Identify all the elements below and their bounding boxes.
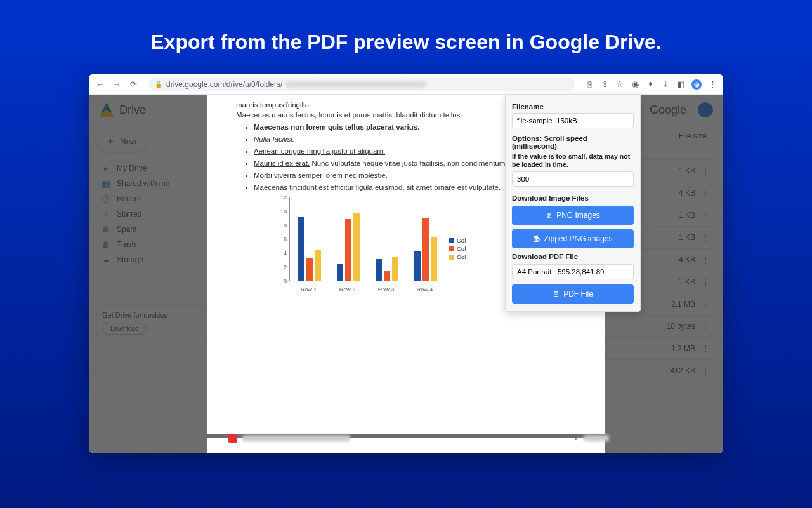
footer-check-icon: ✔ (574, 434, 580, 443)
chart-bar (422, 218, 429, 281)
menu-icon[interactable]: ⋮ (708, 80, 717, 89)
filename-blurred (242, 435, 350, 441)
chart-bar (315, 250, 321, 281)
chart-bar (337, 264, 343, 281)
download-icon[interactable]: ⭳ (661, 80, 670, 89)
pdf-bullet: Maecenas tincidunt est efficitur ligula … (254, 184, 501, 191)
zipped-png-button[interactable]: 🗜Zipped PNG images (512, 229, 634, 248)
legend-swatch (449, 255, 454, 260)
pdf-bullet: Maecenas non lorem quis tellus placerat … (254, 123, 419, 131)
sidebar-icon[interactable]: ◧ (676, 80, 685, 89)
filename-input[interactable] (512, 113, 634, 128)
y-tick: 8 (274, 222, 287, 229)
chart-bar (298, 217, 304, 281)
back-icon[interactable]: ← (95, 79, 105, 89)
y-tick: 12 (274, 194, 287, 201)
browser-toolbar: ← → ⟳ 🔒 drive.google.com/drive/u/0/folde… (89, 74, 723, 95)
extensions-icon[interactable]: ✦ (646, 80, 655, 89)
chart-legend: ColColCol (449, 197, 466, 293)
scroll-speed-input[interactable] (512, 171, 634, 187)
chart-bar (431, 237, 437, 281)
legend-item: Col (449, 237, 466, 244)
forward-icon[interactable]: → (112, 79, 122, 89)
url-blurred (286, 81, 426, 88)
pdf-bullet: Nulla facilisi. (254, 135, 294, 143)
legend-item: Col (449, 253, 466, 260)
url-text: drive.google.com/drive/u/0/folders/ (166, 80, 282, 89)
png-images-button[interactable]: 🖹PNG Images (512, 206, 634, 225)
star-icon[interactable]: ☆ (615, 80, 624, 89)
y-tick: 4 (274, 250, 287, 257)
ext-badge-icon[interactable]: ◉ (631, 80, 639, 89)
x-label: Row 1 (293, 286, 325, 293)
options-label: Options: Scroll speed (millisecond) (512, 135, 634, 150)
file-icon: 🖹 (546, 211, 553, 219)
section-pdf-file: Download PDF File (512, 253, 634, 260)
chart-bar (392, 257, 398, 281)
share-icon[interactable]: ⇪ (600, 80, 609, 89)
pdf-file-button[interactable]: 🖹PDF File (512, 284, 634, 304)
profile-icon[interactable]: ◎ (691, 79, 702, 90)
x-label: Row 2 (332, 286, 363, 293)
address-bar[interactable]: 🔒 drive.google.com/drive/u/0/folders/ (148, 77, 575, 91)
legend-label: Col (457, 245, 466, 252)
png-images-label: PNG Images (556, 211, 600, 220)
y-tick: 0 (274, 278, 287, 284)
pdf-file-label: PDF File (563, 290, 593, 298)
toolbar-icons: ⎘ ⇪ ☆ ◉ ✦ ⭳ ◧ ◎ ⋮ (585, 79, 717, 90)
chart-bar (353, 213, 360, 281)
preview-footer: ✔ (228, 431, 609, 445)
y-tick: 2 (274, 264, 287, 271)
y-tick: 6 (274, 236, 287, 243)
options-hint: If the value is too small, data may not … (512, 152, 634, 169)
legend-item: Col (449, 245, 466, 252)
footer-blurred (584, 435, 609, 441)
hero-title: Export from the PDF preview screen in Go… (0, 0, 812, 74)
pdf-bullet: Morbi viverra semper lorem nec molestie. (254, 171, 388, 179)
chart-bar (376, 259, 382, 281)
zip-icon: 🗜 (533, 235, 540, 243)
pdf-bullet: Aenean congue fringilla justo ut aliquam… (254, 147, 385, 155)
pdf-bullet: Mauris id ex erat. (254, 159, 310, 167)
legend-label: Col (457, 253, 466, 260)
pdf-file-icon (228, 434, 237, 443)
legend-label: Col (457, 237, 466, 244)
chart-bar (306, 258, 313, 281)
file-icon: 🖹 (553, 290, 560, 298)
lock-icon: 🔒 (155, 81, 162, 88)
section-image-files: Download Image Files (512, 194, 634, 202)
pdf-size-input[interactable] (512, 264, 634, 279)
x-label: Row 3 (370, 286, 402, 293)
install-icon[interactable]: ⎘ (585, 80, 594, 89)
reload-icon[interactable]: ⟳ (128, 79, 138, 89)
legend-swatch (449, 246, 454, 251)
chart-bar (384, 271, 390, 281)
x-label: Row 4 (409, 286, 441, 293)
screenshot-frame: ← → ⟳ 🔒 drive.google.com/drive/u/0/folde… (89, 74, 723, 453)
y-tick: 10 (274, 208, 287, 215)
chart-bar (345, 219, 351, 281)
zipped-png-label: Zipped PNG images (544, 234, 612, 243)
extension-popup: Filename Options: Scroll speed (millisec… (505, 95, 641, 312)
chart-bar (414, 251, 421, 281)
legend-swatch (449, 238, 454, 243)
filename-label: Filename (512, 103, 634, 110)
